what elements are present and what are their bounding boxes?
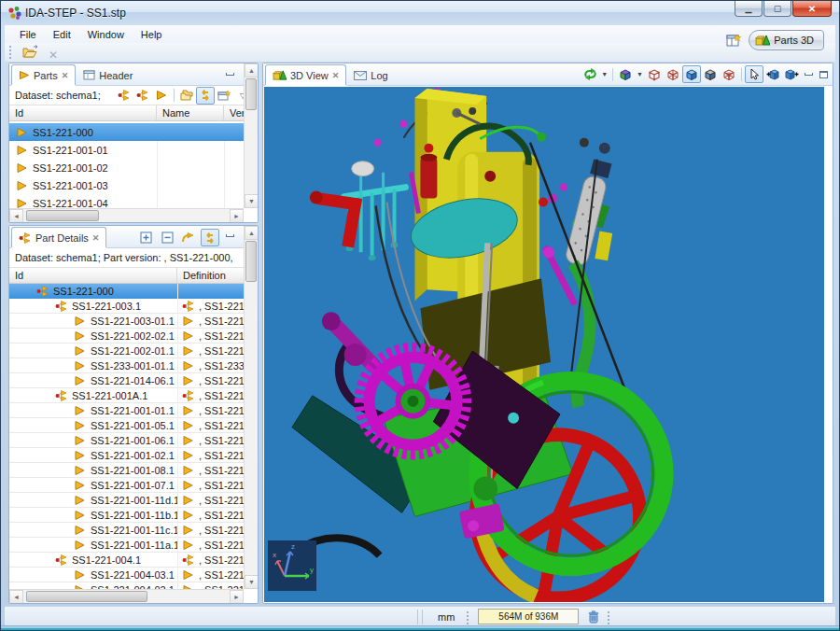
open-file-button[interactable] — [20, 44, 40, 61]
close-tab-icon[interactable]: ✕ — [62, 71, 69, 80]
details-tree-row[interactable]: SS1-221-002-01.1, SS1-221-002 — [9, 344, 244, 358]
parts-horizontal-scrollbar[interactable]: ◄ ► — [9, 208, 244, 222]
tree-id-cell: SS1-221-003.1 — [9, 301, 177, 312]
details-tree-row[interactable]: SS1-221-002-02.1, SS1-221-002 — [9, 329, 244, 344]
3d-viewport[interactable]: x z y — [264, 87, 824, 602]
tab-parts[interactable]: Parts ✕ — [11, 64, 76, 85]
run-garbage-collector-button[interactable] — [584, 608, 603, 625]
tab-header[interactable]: Header — [76, 64, 140, 85]
column-header-name[interactable]: Name — [157, 105, 224, 120]
scrollbar-thumb[interactable] — [26, 591, 147, 602]
row-label: , SS1-221-001 — [199, 510, 244, 521]
details-tree-row[interactable]: SS1-221-004.1, SS1-221-004 — [9, 553, 244, 568]
details-tree-row[interactable]: SS1-221-004-02.1, SS1-221-004 — [9, 582, 244, 589]
scrollbar-thumb[interactable] — [245, 78, 257, 110]
close-tab-icon[interactable]: ✕ — [332, 71, 340, 80]
details-tree-row[interactable]: SS1-221-004-03.1, SS1-221-004 — [9, 568, 244, 582]
dropdown-chevron-icon[interactable]: ▼ — [601, 71, 608, 77]
parts-table-row[interactable]: SS1-221-001-03 — [9, 176, 244, 194]
tree-definition-cell: , SS1-221-004 — [177, 569, 244, 581]
show-parents-button[interactable] — [133, 87, 152, 105]
parts-vertical-scrollbar[interactable]: ▲ ▼ — [244, 63, 258, 208]
shaded-edges-mode-button[interactable] — [701, 65, 720, 83]
scroll-down-icon[interactable]: ▼ — [245, 575, 259, 589]
zoom-in-tool-button[interactable] — [763, 65, 782, 83]
select-tool-button[interactable] — [745, 65, 763, 83]
scroll-down-icon[interactable]: ▼ — [245, 194, 259, 208]
details-tree-row[interactable]: SS1-221-001-06.1, SS1-221-001 — [9, 433, 244, 448]
scrollbar-thumb[interactable] — [245, 241, 257, 282]
details-horizontal-scrollbar[interactable]: ◄ ► — [9, 589, 244, 603]
parts-table-row[interactable]: SS1-221-001-01 — [9, 141, 244, 159]
dropdown-chevron-icon[interactable]: ▼ — [637, 71, 643, 77]
maximize-button[interactable]: ▢ — [763, 1, 791, 17]
menu-item-edit[interactable]: Edit — [46, 27, 78, 42]
scrollbar-thumb[interactable] — [26, 210, 99, 221]
menu-item-window[interactable]: Window — [80, 27, 132, 42]
details-tree-row[interactable]: SS1-221-003-01.1, SS1-221-003 — [9, 314, 244, 329]
sync-selection-button[interactable] — [201, 229, 219, 246]
title-bar[interactable]: IDA-STEP - SS1.stp ▁ ▢ ✕ — [1, 1, 839, 25]
link-selection-button[interactable] — [196, 87, 215, 105]
hidden-line-mode-button[interactable] — [720, 65, 738, 83]
details-tree-row[interactable]: SS1-221-000 — [9, 284, 244, 299]
scroll-right-icon[interactable]: ► — [230, 590, 244, 604]
scroll-left-icon[interactable]: ◄ — [9, 209, 23, 223]
minimize-button[interactable]: ▁ — [735, 1, 763, 17]
details-tree-row[interactable]: SS1-221-001-08.1, SS1-221-001 — [9, 463, 244, 478]
shaded-mode-button[interactable] — [682, 65, 701, 83]
zoom-out-tool-button[interactable] — [782, 65, 801, 83]
column-header-definition[interactable]: Definition — [177, 268, 233, 283]
maximize-view-button[interactable] — [816, 68, 831, 81]
link-with-editor-button[interactable] — [179, 229, 198, 246]
perspective-label: Parts 3D — [774, 35, 814, 46]
group-parts-button[interactable] — [177, 87, 196, 105]
minimize-view-button[interactable] — [222, 67, 237, 80]
details-tree-row[interactable]: SS1-221-014-06.1, SS1-221-014 — [9, 373, 244, 388]
column-header-id[interactable]: Id — [9, 268, 177, 283]
open-perspective-button[interactable] — [723, 33, 744, 49]
expand-all-button[interactable] — [136, 229, 155, 246]
parts-table-row[interactable]: SS1-221-001-04 — [9, 194, 244, 208]
perspective-parts3d-button[interactable]: Parts 3D — [749, 30, 824, 50]
close-button[interactable]: ✕ — [792, 1, 832, 17]
column-header-id[interactable]: Id — [9, 105, 157, 120]
details-tree-row[interactable]: SS1-221-001-02.1, SS1-221-001 — [9, 448, 244, 463]
parts-table-row[interactable]: SS1-221-000 — [9, 123, 244, 141]
new-view-button[interactable] — [215, 87, 233, 105]
render-mode-button[interactable] — [616, 65, 635, 83]
details-tree-row[interactable]: SS1-221-001-11a.1, SS1-221-001 — [9, 538, 244, 553]
details-tree-row[interactable]: SS1-221-001-11c.1, SS1-221-001 — [9, 523, 244, 538]
memory-gauge[interactable]: 564M of 936M — [478, 609, 579, 624]
tab-part-details[interactable]: Part Details ✕ — [11, 227, 106, 247]
close-tab-icon[interactable]: ✕ — [92, 233, 100, 243]
details-tree-row[interactable]: SS1-221-001-05.1, SS1-221-001 — [9, 418, 244, 433]
details-tree-row[interactable]: SS1-221-001-11d.1, SS1-221-001 — [9, 493, 244, 508]
minimize-view-button[interactable] — [222, 229, 237, 242]
column-header-vers[interactable]: Vers — [224, 105, 245, 120]
details-tree-row[interactable]: SS1-233-001-01.1, SS1-233-001 — [9, 358, 244, 373]
tab-3d-view[interactable]: 3D View ✕ — [265, 64, 346, 85]
details-vertical-scrollbar[interactable]: ▲ ▼ — [244, 226, 258, 589]
show-part-button[interactable] — [152, 87, 171, 105]
minimize-view-button[interactable] — [801, 68, 816, 81]
details-tree-row[interactable]: SS1-221-001-01.1, SS1-221-001 — [9, 403, 244, 418]
scroll-left-icon[interactable]: ◄ — [9, 590, 23, 604]
tab-log[interactable]: Log — [346, 64, 395, 85]
scroll-up-icon[interactable]: ▲ — [245, 63, 259, 77]
menu-item-help[interactable]: Help — [133, 27, 170, 42]
details-tree-row[interactable]: SS1-221-003.1, SS1-221-003 — [9, 299, 244, 314]
parts-table-row[interactable]: SS1-221-001-02 — [9, 159, 244, 176]
wireframe-all-mode-button[interactable] — [664, 65, 682, 83]
scroll-right-icon[interactable]: ► — [230, 209, 244, 223]
collapse-all-button[interactable] — [158, 229, 176, 246]
show-children-button[interactable] — [115, 87, 133, 105]
rotate-view-button[interactable] — [581, 65, 599, 83]
scroll-up-icon[interactable]: ▲ — [245, 226, 259, 240]
details-tree-row[interactable]: SS1-221-001A.1, SS1-221-001 — [9, 388, 244, 403]
wireframe-mode-button[interactable] — [645, 65, 664, 83]
menu-item-file[interactable]: File — [12, 27, 44, 42]
details-tree-row[interactable]: SS1-221-001-11b.1, SS1-221-001 — [9, 508, 244, 523]
toolbar-grip[interactable] — [9, 46, 13, 59]
details-tree-row[interactable]: SS1-221-001-07.1, SS1-221-001 — [9, 478, 244, 493]
